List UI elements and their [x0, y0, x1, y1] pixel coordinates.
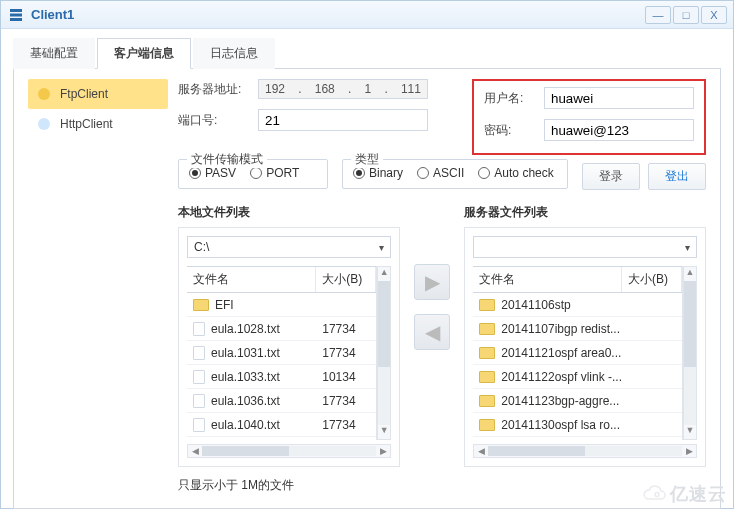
table-row[interactable]: eula.1036.txt17734: [187, 389, 376, 413]
upload-button[interactable]: ▶: [414, 264, 450, 300]
table-row[interactable]: 20141123bgp-aggre...: [473, 389, 682, 413]
server-path-dropdown[interactable]: ▾: [473, 236, 697, 258]
vertical-scrollbar[interactable]: ▲ ▼: [683, 266, 697, 440]
file-icon: [193, 394, 205, 408]
local-file-table: 文件名 大小(B) EFIeula.1028.txt17734eula.1031…: [187, 266, 377, 440]
chevron-right-icon: ▶: [425, 270, 440, 294]
password-input[interactable]: [544, 119, 694, 141]
local-path-dropdown[interactable]: C:\ ▾: [187, 236, 391, 258]
credentials-highlight: 用户名: 密码:: [472, 79, 706, 155]
file-name: 20141130ospf lsa ro...: [501, 418, 620, 432]
chevron-down-icon: ▾: [379, 242, 384, 253]
table-row[interactable]: 20141107ibgp redist...: [473, 317, 682, 341]
file-name: 20141123bgp-aggre...: [501, 394, 619, 408]
col-filename[interactable]: 文件名: [187, 267, 316, 292]
table-row[interactable]: eula.1033.txt10134: [187, 365, 376, 389]
table-row[interactable]: 20141121ospf area0...: [473, 341, 682, 365]
tabstrip: 基础配置 客户端信息 日志信息: [13, 37, 721, 69]
radio-binary[interactable]: Binary: [353, 166, 403, 180]
chevron-down-icon: ▾: [685, 242, 690, 253]
tab-panel: FtpClient HttpClient 服务器地址: 192.: [13, 69, 721, 509]
maximize-button[interactable]: □: [673, 6, 699, 24]
vertical-scrollbar[interactable]: ▲ ▼: [377, 266, 391, 440]
window-buttons: — □ X: [645, 6, 727, 24]
table-row[interactable]: 20141106stp: [473, 293, 682, 317]
chevron-left-icon: ◀: [425, 320, 440, 344]
file-name: EFI: [215, 298, 234, 312]
username-input[interactable]: [544, 87, 694, 109]
file-size: 10134: [316, 370, 376, 384]
login-button[interactable]: 登录: [582, 163, 640, 190]
tab-basic-config[interactable]: 基础配置: [13, 38, 95, 69]
download-button[interactable]: ◀: [414, 314, 450, 350]
file-name: 20141106stp: [501, 298, 570, 312]
radio-ascii[interactable]: ASCII: [417, 166, 464, 180]
file-icon: [193, 370, 205, 384]
scroll-up-icon[interactable]: ▲: [684, 267, 696, 281]
file-size: 17734: [316, 322, 376, 336]
col-filename[interactable]: 文件名: [473, 267, 622, 292]
table-row[interactable]: 20141122ospf vlink -...: [473, 365, 682, 389]
col-size[interactable]: 大小(B): [316, 267, 376, 292]
server-address-label: 服务器地址:: [178, 81, 258, 98]
svg-point-0: [655, 493, 659, 497]
local-file-list: 本地文件列表 C:\ ▾ 文件名: [178, 204, 400, 467]
minimize-button[interactable]: —: [645, 6, 671, 24]
app-title: Client1: [31, 7, 645, 22]
folder-icon: [193, 299, 209, 311]
file-size: 17734: [316, 394, 376, 408]
col-size[interactable]: 大小(B): [622, 267, 682, 292]
local-list-title: 本地文件列表: [178, 204, 400, 221]
folder-icon: [479, 419, 495, 431]
close-button[interactable]: X: [701, 6, 727, 24]
file-name: 20141107ibgp redist...: [501, 322, 620, 336]
file-icon: [193, 418, 205, 432]
server-file-list: 服务器文件列表 ▾ 文件名: [464, 204, 706, 467]
port-label: 端口号:: [178, 112, 258, 129]
data-type-legend: 类型: [351, 151, 383, 168]
sidebar-item-label: FtpClient: [60, 87, 108, 101]
file-name: 20141121ospf area0...: [501, 346, 621, 360]
scroll-right-icon[interactable]: ▶: [682, 446, 696, 456]
file-name: 20141122ospf vlink -...: [501, 370, 622, 384]
sidebar-item-ftpclient[interactable]: FtpClient: [28, 79, 168, 109]
sidebar-item-httpclient[interactable]: HttpClient: [28, 109, 168, 139]
file-name: eula.1033.txt: [211, 370, 280, 384]
server-file-table: 文件名 大小(B) 20141106stp20141107ibgp redist…: [473, 266, 683, 440]
table-row[interactable]: 20141130ospf lsa ro...: [473, 413, 682, 437]
scroll-left-icon[interactable]: ◀: [188, 446, 202, 456]
file-size: 17734: [316, 418, 376, 432]
table-row[interactable]: eula.1040.txt17734: [187, 413, 376, 437]
logout-button[interactable]: 登出: [648, 163, 706, 190]
watermark: 亿速云: [642, 482, 727, 506]
radio-pasv[interactable]: PASV: [189, 166, 236, 180]
radio-autocheck[interactable]: Auto check: [478, 166, 553, 180]
scroll-down-icon[interactable]: ▼: [378, 425, 390, 439]
scroll-down-icon[interactable]: ▼: [684, 425, 696, 439]
file-name: eula.1040.txt: [211, 418, 280, 432]
client-sidebar: FtpClient HttpClient: [28, 79, 168, 496]
server-ip-input[interactable]: 192. 168. 1. 111: [258, 79, 428, 99]
titlebar: Client1 — □ X: [1, 1, 733, 29]
password-label: 密码:: [484, 122, 544, 139]
transfer-mode-group: 文件传输模式 PASV PORT: [178, 159, 328, 189]
scroll-up-icon[interactable]: ▲: [378, 267, 390, 281]
data-type-group: 类型 Binary ASCII Auto check: [342, 159, 568, 189]
table-row[interactable]: EFI: [187, 293, 376, 317]
server-list-title: 服务器文件列表: [464, 204, 706, 221]
folder-icon: [479, 371, 495, 383]
table-row[interactable]: eula.1028.txt17734: [187, 317, 376, 341]
tab-log-info[interactable]: 日志信息: [193, 38, 275, 69]
status-dot-icon: [38, 118, 50, 130]
horizontal-scrollbar[interactable]: ◀ ▶: [473, 444, 697, 458]
scroll-left-icon[interactable]: ◀: [474, 446, 488, 456]
scroll-right-icon[interactable]: ▶: [376, 446, 390, 456]
horizontal-scrollbar[interactable]: ◀ ▶: [187, 444, 391, 458]
file-name: eula.1036.txt: [211, 394, 280, 408]
folder-icon: [479, 395, 495, 407]
radio-port[interactable]: PORT: [250, 166, 299, 180]
tab-client-info[interactable]: 客户端信息: [97, 38, 191, 69]
table-row[interactable]: eula.1031.txt17734: [187, 341, 376, 365]
port-input[interactable]: [258, 109, 428, 131]
transfer-buttons: ▶ ◀: [414, 264, 450, 350]
